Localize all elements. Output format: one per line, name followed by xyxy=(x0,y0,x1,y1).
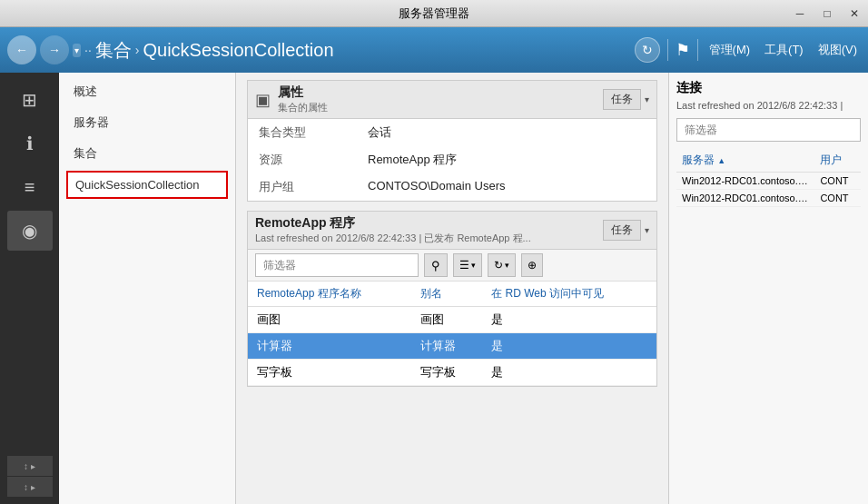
app-title: 服务器管理器 xyxy=(399,5,469,22)
navbar: ← → ▾ ·· 集合 › QuickSessionCollection ↻ ⚑… xyxy=(0,27,868,73)
flag-icon[interactable]: ⚑ xyxy=(676,40,690,60)
nav-panel: 概述 服务器 集合 QuickSessionCollection xyxy=(59,73,236,504)
remoteapp-title: RemoteApp 程序 xyxy=(255,215,531,232)
refresh-icon: ↻ xyxy=(494,259,503,272)
sidebar-expand-down[interactable]: ↕ ▸ xyxy=(7,477,53,497)
table-header-row: RemoteApp 程序名称 别名 在 RD Web 访问中可见 xyxy=(248,282,656,307)
app-name-cell: 写字板 xyxy=(248,360,411,386)
remoteapp-list-button[interactable]: ☰ ▾ xyxy=(453,253,482,277)
prop-label-resource: 资源 xyxy=(248,146,357,173)
refresh-button[interactable]: ↻ xyxy=(635,37,660,63)
menu-bar: 管理(M) 工具(T) 视图(V) xyxy=(705,40,861,60)
col-header-user[interactable]: 用户 xyxy=(814,149,861,173)
app-visible-cell: 是 xyxy=(482,333,656,360)
forward-button[interactable]: → xyxy=(40,35,69,64)
list-icon: ☰ xyxy=(459,259,469,272)
menu-view[interactable]: 视图(V) xyxy=(814,40,861,60)
maximize-button[interactable]: □ xyxy=(814,0,841,27)
remoteapp-refresh-text: Last refreshed on 2012/6/8 22:42:33 xyxy=(255,232,416,243)
col-header-alias[interactable]: 别名 xyxy=(411,282,483,307)
properties-subtitle: 集合的属性 xyxy=(278,101,328,114)
titlebar: 服务器管理器 ─ □ ✕ xyxy=(0,0,868,27)
sidebar: ⊞ ℹ ≡ ◉ ↕ ▸ ↕ ▸ xyxy=(0,73,59,504)
refresh-dropdown-icon: ▾ xyxy=(505,261,509,270)
remoteapp-title-group: RemoteApp 程序 Last refreshed on 2012/6/8 … xyxy=(255,215,531,245)
more-icon: ⊕ xyxy=(528,259,537,272)
menu-manage[interactable]: 管理(M) xyxy=(705,40,755,60)
nav-divider xyxy=(667,39,668,61)
conn-user-cell: CONT xyxy=(814,173,861,190)
properties-tasks-button[interactable]: 任务 xyxy=(603,89,641,110)
table-row[interactable]: 计算器 计算器 是 xyxy=(248,333,656,360)
sidebar-expand-up[interactable]: ↕ ▸ xyxy=(7,456,53,476)
properties-tasks-dropdown-icon[interactable]: ▾ xyxy=(645,94,649,104)
remoteapp-table: RemoteApp 程序名称 别名 在 RD Web 访问中可见 画图 画图 是… xyxy=(248,282,656,386)
app-visible-cell: 是 xyxy=(482,360,656,386)
app-name-cell: 计算器 xyxy=(248,333,411,360)
nav-item-collections[interactable]: 集合 xyxy=(59,138,235,169)
remoteapp-subtitle: Last refreshed on 2012/6/8 22:42:33 | 已发… xyxy=(255,232,531,245)
remoteapp-tasks-dropdown-icon[interactable]: ▾ xyxy=(645,225,649,235)
table-row[interactable]: 写字板 写字板 是 xyxy=(248,360,656,386)
properties-panel: ▣ 属性 集合的属性 任务 ▾ 集合类型 会话 资源 xyxy=(247,80,657,202)
breadcrumb-sep-1: › xyxy=(135,43,140,57)
properties-icon: ▣ xyxy=(255,90,271,110)
table-row: 资源 RemoteApp 程序 xyxy=(248,146,656,173)
sort-arrow-server: ▲ xyxy=(717,156,725,165)
properties-title: 属性 xyxy=(278,84,328,101)
remoteapp-filter-input[interactable] xyxy=(255,253,419,277)
remoteapp-search-button[interactable]: ⚲ xyxy=(424,253,448,277)
remoteapp-table-head: RemoteApp 程序名称 别名 在 RD Web 访问中可见 xyxy=(248,282,656,307)
properties-panel-header: ▣ 属性 集合的属性 任务 ▾ xyxy=(248,81,656,119)
remoteapp-tasks-button[interactable]: 任务 xyxy=(603,220,641,241)
connections-table: 服务器 ▲ 用户 Win2012-RDC01.contoso.com CONT … xyxy=(676,149,861,207)
sidebar-icon-dashboard[interactable]: ⊞ xyxy=(7,80,53,120)
breadcrumb: ·· 集合 › QuickSessionCollection xyxy=(84,38,631,63)
conn-server-cell: Win2012-RDC01.contoso.com xyxy=(676,190,814,207)
nav-item-quicksession[interactable]: QuickSessionCollection xyxy=(66,171,228,199)
nav-dropdown-button[interactable]: ▾ xyxy=(73,44,81,57)
app-name-cell: 画图 xyxy=(248,307,411,333)
nav-right-controls: ↻ ⚑ 管理(M) 工具(T) 视图(V) xyxy=(635,37,861,63)
remoteapp-refresh-button[interactable]: ↻ ▾ xyxy=(488,253,516,277)
window-controls: ─ □ ✕ xyxy=(786,0,868,27)
connections-title: 连接 xyxy=(676,80,861,96)
conn-server-cell: Win2012-RDC01.contoso.com xyxy=(676,173,814,190)
col-header-visible[interactable]: 在 RD Web 访问中可见 xyxy=(482,282,656,307)
breadcrumb-collection[interactable]: 集合 xyxy=(95,38,132,63)
remoteapp-status: 已发布 RemoteApp 程... xyxy=(424,232,530,243)
table-row[interactable]: 画图 画图 是 xyxy=(248,307,656,333)
sidebar-icon-session[interactable]: ◉ xyxy=(7,211,53,251)
remoteapp-table-body: 画图 画图 是 计算器 计算器 是 写字板 写字板 是 xyxy=(248,307,656,386)
conn-user-cell: CONT xyxy=(814,190,861,207)
sidebar-icon-list[interactable]: ≡ xyxy=(7,167,53,207)
prop-value-resource: RemoteApp 程序 xyxy=(357,146,656,173)
minimize-button[interactable]: ─ xyxy=(786,0,814,27)
prop-label-users: 用户组 xyxy=(248,173,357,201)
menu-tools[interactable]: 工具(T) xyxy=(761,40,807,60)
breadcrumb-quicksession[interactable]: QuickSessionCollection xyxy=(143,40,333,61)
connections-table-head: 服务器 ▲ 用户 xyxy=(676,149,861,173)
col-header-name[interactable]: RemoteApp 程序名称 xyxy=(248,282,411,307)
properties-header-left: ▣ 属性 集合的属性 xyxy=(255,84,328,114)
properties-table: 集合类型 会话 资源 RemoteApp 程序 用户组 CONTOSO\Doma… xyxy=(248,119,656,201)
connections-refresh-text: Last refreshed on 2012/6/8 22:42:33 | xyxy=(676,100,861,111)
sidebar-icon-info[interactable]: ℹ xyxy=(7,124,53,163)
close-button[interactable]: ✕ xyxy=(841,0,868,27)
prop-value-users: CONTOSO\Domain Users xyxy=(357,173,656,201)
back-button[interactable]: ← xyxy=(7,35,36,64)
connections-filter-input[interactable] xyxy=(676,118,861,142)
nav-divider-2 xyxy=(697,39,698,61)
col-header-server[interactable]: 服务器 ▲ xyxy=(676,149,814,173)
content-area: ▣ 属性 集合的属性 任务 ▾ 集合类型 会话 资源 xyxy=(236,73,668,504)
prop-label-type: 集合类型 xyxy=(248,119,357,146)
nav-item-overview[interactable]: 概述 xyxy=(59,76,235,107)
remoteapp-more-button[interactable]: ⊕ xyxy=(521,253,543,277)
table-row: 集合类型 会话 xyxy=(248,119,656,146)
app-alias-cell: 写字板 xyxy=(411,360,483,386)
app-alias-cell: 画图 xyxy=(411,307,483,333)
nav-item-servers[interactable]: 服务器 xyxy=(59,107,235,138)
properties-header-right: 任务 ▾ xyxy=(603,89,649,110)
connections-table-body: Win2012-RDC01.contoso.com CONT Win2012-R… xyxy=(676,173,861,207)
app-alias-cell: 计算器 xyxy=(411,333,483,360)
